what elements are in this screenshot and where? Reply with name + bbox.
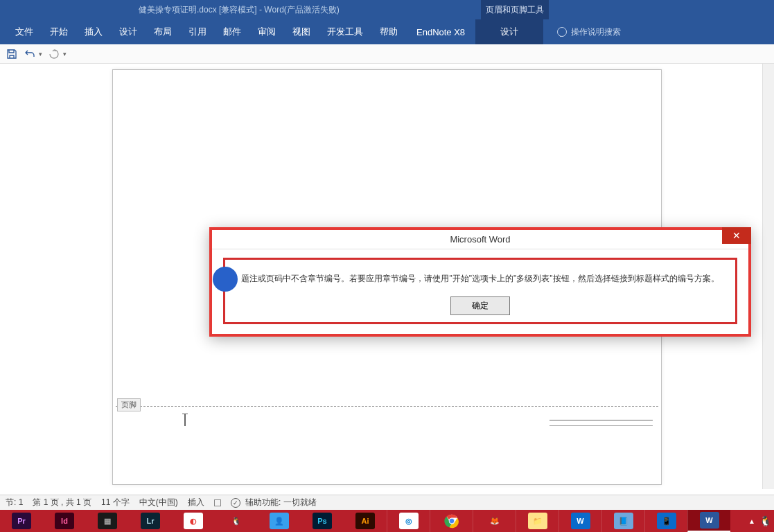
accessibility-icon: ✓	[231, 498, 240, 508]
taskbar-app[interactable]: ▦	[86, 510, 129, 532]
tray-expand-icon[interactable]: ▲	[748, 517, 755, 525]
app-icon: 🦊	[485, 513, 504, 529]
status-language[interactable]: 中文(中国)	[139, 497, 178, 508]
taskbar-app[interactable]: Id	[43, 510, 86, 532]
macro-record-icon[interactable]	[214, 499, 221, 506]
status-insert-mode[interactable]: 插入	[188, 497, 204, 508]
tab-help[interactable]: 帮助	[371, 19, 406, 44]
taskbar-app[interactable]: Lr	[129, 510, 172, 532]
system-tray: ▲🐧	[748, 515, 774, 526]
app-icon: Id	[55, 513, 74, 529]
taskbar-app[interactable]: Pr	[0, 510, 43, 532]
message-dialog: Microsoft Word ✕ 题注或页码中不含章节编号。若要应用章节编号，请…	[209, 227, 751, 337]
app-icon: ◐	[184, 513, 203, 529]
tab-view[interactable]: 视图	[284, 19, 319, 44]
tray-qq-icon[interactable]: 🐧	[759, 515, 771, 526]
app-icon: W	[571, 513, 590, 529]
app-icon	[442, 513, 461, 529]
tab-header-footer-design[interactable]: 设计	[475, 19, 543, 44]
taskbar-app[interactable]: Ps	[301, 510, 344, 532]
tab-review[interactable]: 审阅	[249, 19, 284, 44]
ribbon-tabs: 文件 开始 插入 设计 布局 引用 邮件 审阅 视图 开发工具 帮助 EndNo…	[0, 19, 774, 44]
tab-file[interactable]: 文件	[7, 19, 42, 44]
lightbulb-icon	[557, 27, 567, 37]
dialog-message: 题注或页码中不含章节编号。若要应用章节编号，请使用"开始"选项卡上的"多级列表"…	[231, 272, 730, 285]
taskbar-app[interactable]: W	[558, 510, 601, 532]
app-icon: 📁	[528, 513, 547, 529]
taskbar-app[interactable]: 📱	[644, 510, 687, 532]
tab-layout[interactable]: 布局	[146, 19, 180, 44]
status-accessibility[interactable]: ✓ 辅助功能: 一切就绪	[231, 497, 317, 508]
taskbar-app[interactable]: 📘	[601, 510, 644, 532]
taskbar-app[interactable]: 👤	[258, 510, 301, 532]
app-icon: W	[700, 512, 719, 529]
undo-dropdown[interactable]: ▾	[39, 51, 42, 57]
windows-taskbar: PrId▦Lr◐🐧👤PsAi◎🦊📁W📘📱W▲🐧	[0, 510, 774, 532]
tab-mailings[interactable]: 邮件	[215, 19, 249, 44]
status-bar: 节: 1 第 1 页 , 共 1 页 11 个字 中文(中国) 插入 ✓ 辅助功…	[0, 495, 774, 510]
tab-references[interactable]: 引用	[180, 19, 215, 44]
dialog-title-text: Microsoft Word	[450, 234, 510, 245]
taskbar-app[interactable]: 📁	[516, 510, 558, 532]
tab-design[interactable]: 设计	[111, 19, 146, 44]
app-icon: 📱	[657, 513, 676, 529]
taskbar-app[interactable]: ◎	[387, 510, 430, 532]
svg-point-2	[449, 518, 455, 524]
footer-boundary-line	[116, 406, 658, 407]
redo-button[interactable]	[48, 48, 60, 60]
app-icon: 📘	[614, 513, 633, 529]
vertical-scrollbar[interactable]	[762, 64, 774, 489]
footer-rule-1	[549, 420, 653, 420]
undo-button[interactable]	[24, 48, 36, 60]
status-word-count[interactable]: 11 个字	[101, 497, 130, 508]
app-icon: Ps	[313, 513, 332, 529]
footer-tag-label: 页脚	[117, 398, 141, 411]
tab-developer[interactable]: 开发工具	[319, 19, 371, 44]
app-icon: Pr	[12, 513, 31, 529]
qat-customize-dropdown[interactable]: ▾	[63, 51, 67, 57]
footer-rule-2	[549, 425, 653, 426]
search-hint-text: 操作说明搜索	[571, 26, 621, 38]
context-tool-tab-label: 页眉和页脚工具	[481, 0, 549, 19]
taskbar-app[interactable]: ◐	[172, 510, 215, 532]
taskbar-app[interactable]: Ai	[344, 510, 387, 532]
taskbar-app[interactable]: 🦊	[473, 510, 516, 532]
status-page[interactable]: 第 1 页 , 共 1 页	[33, 497, 91, 508]
app-icon: 🐧	[227, 513, 246, 529]
dialog-titlebar: Microsoft Word ✕	[212, 230, 748, 249]
app-icon: Ai	[355, 513, 375, 529]
dialog-close-button[interactable]: ✕	[722, 227, 751, 244]
close-icon: ✕	[732, 230, 741, 241]
document-title: 健美操专项证明.docx [兼容模式] - Word(产品激活失败)	[139, 4, 340, 16]
save-button[interactable]	[6, 48, 18, 60]
taskbar-app[interactable]: 🐧	[215, 510, 258, 532]
app-icon: Lr	[141, 513, 160, 529]
taskbar-app[interactable]: W	[687, 510, 730, 532]
tab-insert[interactable]: 插入	[76, 19, 111, 44]
info-icon	[213, 267, 238, 292]
app-icon: 👤	[270, 513, 289, 529]
app-icon: ◎	[399, 513, 419, 529]
app-icon: ▦	[98, 513, 117, 529]
dialog-content-frame: 题注或页码中不含章节编号。若要应用章节编号，请使用"开始"选项卡上的"多级列表"…	[223, 258, 737, 324]
title-bar: 健美操专项证明.docx [兼容模式] - Word(产品激活失败)	[0, 0, 774, 19]
quick-access-toolbar: ▾ ▾	[0, 44, 774, 64]
tell-me-search[interactable]: 操作说明搜索	[557, 26, 621, 38]
text-cursor-icon	[182, 414, 188, 430]
status-section[interactable]: 节: 1	[6, 497, 23, 508]
tab-home[interactable]: 开始	[42, 19, 76, 44]
ok-button[interactable]: 确定	[450, 296, 510, 315]
tab-endnote[interactable]: EndNote X8	[406, 19, 475, 44]
taskbar-app[interactable]	[430, 510, 473, 532]
